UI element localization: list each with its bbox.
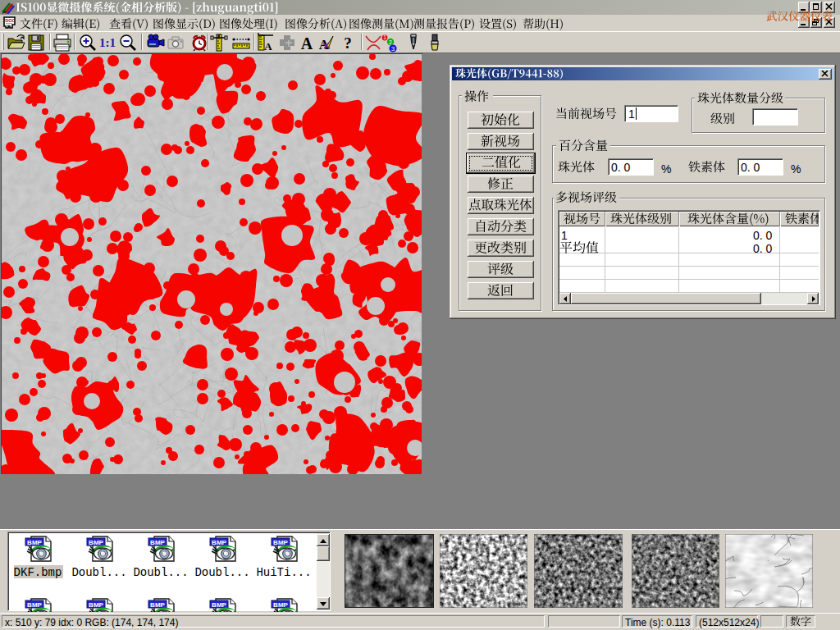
- svg-text:BMP: BMP: [27, 601, 42, 609]
- svg-text:BMP: BMP: [212, 601, 226, 609]
- svg-text:3: 3: [391, 45, 395, 52]
- svg-text:BMP: BMP: [273, 539, 288, 546]
- svg-text:BMP: BMP: [89, 539, 103, 546]
- svg-text:BMP: BMP: [27, 539, 42, 546]
- svg-text:A: A: [264, 40, 272, 52]
- svg-text:2: 2: [389, 39, 392, 45]
- svg-text:BMP: BMP: [150, 601, 165, 609]
- svg-text:?: ?: [344, 34, 352, 52]
- svg-text:1: 1: [383, 34, 386, 40]
- svg-text:BMP: BMP: [273, 601, 288, 609]
- svg-text:BMP: BMP: [212, 539, 226, 546]
- svg-text:BMP: BMP: [150, 539, 165, 546]
- svg-text:A: A: [301, 34, 313, 52]
- svg-text:BMP: BMP: [89, 601, 103, 609]
- svg-text:DOC: DOC: [5, 18, 15, 23]
- svg-text:1:1: 1:1: [99, 36, 116, 49]
